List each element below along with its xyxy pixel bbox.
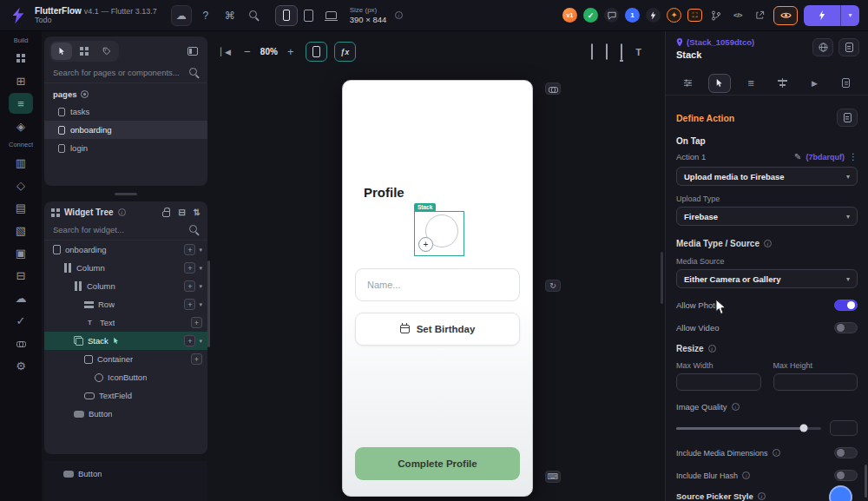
image-quality-input[interactable] bbox=[830, 420, 858, 436]
tab-docs[interactable] bbox=[835, 74, 858, 93]
upgrade-badge[interactable]: ⛶ bbox=[687, 9, 702, 22]
preview-button[interactable] bbox=[773, 6, 798, 25]
tree-node-row[interactable]: Row +▾ bbox=[44, 295, 207, 313]
add-widget-icon[interactable]: + bbox=[191, 353, 202, 365]
info-icon[interactable]: i bbox=[708, 345, 716, 353]
branch-button[interactable] bbox=[708, 8, 724, 23]
info-icon[interactable]: i bbox=[758, 492, 766, 500]
allow-photo-toggle[interactable] bbox=[834, 300, 858, 311]
image-quality-slider[interactable] bbox=[676, 427, 821, 430]
zoom-out-button[interactable]: − bbox=[240, 45, 255, 58]
desktop-device-button[interactable] bbox=[320, 5, 343, 26]
activity-button[interactable] bbox=[646, 8, 661, 23]
tree-node-textfield[interactable]: TextField bbox=[44, 386, 207, 405]
right-panel-scrollbar[interactable] bbox=[865, 465, 867, 498]
slider-knob[interactable] bbox=[799, 425, 807, 432]
chevron-down-icon[interactable]: ▾ bbox=[199, 247, 202, 254]
expand-tree-icon[interactable]: ⊟ bbox=[178, 208, 185, 217]
tree-node-column[interactable]: Column +▾ bbox=[44, 259, 207, 277]
rotate-device-chip-button[interactable]: ↻ bbox=[545, 280, 561, 292]
tab-properties[interactable] bbox=[676, 74, 699, 93]
tree-node-onboarding[interactable]: onboarding +▾ bbox=[44, 241, 207, 259]
avatar[interactable]: v1 bbox=[562, 8, 577, 23]
canvas-scrollbar[interactable] bbox=[661, 252, 663, 304]
add-widget-icon[interactable]: + bbox=[184, 280, 195, 292]
chevron-down-icon[interactable]: ▾ bbox=[199, 265, 202, 272]
tree-node-button-2[interactable]: Button bbox=[44, 465, 207, 483]
collapse-canvas-button[interactable]: ▏◀ bbox=[220, 48, 229, 56]
command-palette-button[interactable]: ⌘ bbox=[220, 5, 240, 26]
rail-pages-button[interactable]: ≡ bbox=[9, 93, 33, 114]
globalize-button[interactable] bbox=[812, 38, 833, 56]
page-item-onboarding[interactable]: onboarding bbox=[44, 121, 207, 139]
complete-profile-button[interactable]: Complete Profile bbox=[355, 447, 520, 480]
tags-mode-button[interactable] bbox=[96, 43, 117, 60]
kebab-menu-icon[interactable]: ⋮ bbox=[849, 152, 858, 162]
action-type-dropdown[interactable]: Upload media to Firebase ▾ bbox=[676, 167, 858, 186]
rail-api-button[interactable] bbox=[9, 333, 33, 353]
tab-animations[interactable]: ≣ bbox=[740, 74, 762, 93]
tab-actions[interactable] bbox=[708, 74, 731, 93]
tab-test[interactable]: ▶ bbox=[803, 74, 825, 93]
chevron-down-icon[interactable]: ▾ bbox=[199, 283, 202, 290]
phone-device-button[interactable] bbox=[275, 5, 298, 26]
phone-mockup[interactable]: Profile Stack + Name... Set Birthday Com… bbox=[342, 80, 533, 497]
include-blur-hash-toggle[interactable] bbox=[834, 470, 858, 481]
lock-icon[interactable] bbox=[162, 211, 170, 217]
name-textfield[interactable]: Name... bbox=[355, 268, 520, 301]
add-photo-button[interactable]: + bbox=[418, 237, 433, 252]
page-item-login[interactable]: login bbox=[44, 139, 207, 157]
info-icon[interactable]: i bbox=[742, 471, 750, 479]
rail-add-app-button[interactable]: ⊞ bbox=[9, 70, 33, 91]
canvas-phone-button[interactable] bbox=[591, 44, 593, 60]
canvas-desktop-button[interactable] bbox=[621, 44, 622, 60]
rail-settings-button[interactable]: ⚙ bbox=[9, 355, 33, 376]
left-panel-scrollbar[interactable] bbox=[207, 260, 210, 347]
add-widget-icon[interactable]: + bbox=[184, 299, 195, 310]
max-height-input[interactable] bbox=[773, 373, 858, 391]
keyboard-chip-button[interactable]: ⌨ bbox=[545, 471, 561, 483]
info-icon[interactable]: i bbox=[773, 449, 780, 457]
tree-node-iconbutton[interactable]: IconButton bbox=[44, 368, 207, 386]
connection-chip-button[interactable] bbox=[545, 82, 561, 95]
add-widget-icon[interactable]: + bbox=[184, 335, 195, 346]
pages-search-input[interactable] bbox=[53, 68, 189, 77]
open-action-flow-button[interactable] bbox=[837, 109, 858, 127]
info-icon[interactable]: i bbox=[732, 403, 740, 411]
tree-node-button[interactable]: Button bbox=[44, 405, 207, 423]
billing-badge[interactable]: ✦ bbox=[667, 8, 681, 23]
device-frame-button[interactable] bbox=[306, 42, 327, 62]
allow-video-toggle[interactable] bbox=[834, 322, 858, 333]
zoom-in-button[interactable]: + bbox=[283, 45, 299, 58]
size-info-button[interactable]: i bbox=[388, 5, 409, 26]
canvas-tablet-button[interactable] bbox=[606, 44, 608, 60]
rail-schema-button[interactable]: ◇ bbox=[9, 175, 33, 195]
include-media-dimensions-toggle[interactable] bbox=[834, 447, 858, 458]
chevron-down-icon[interactable]: ▾ bbox=[199, 301, 202, 308]
sort-icon[interactable]: ⇅ bbox=[194, 208, 201, 217]
rail-widgets-button[interactable]: ◈ bbox=[9, 115, 33, 136]
tablet-device-button[interactable] bbox=[298, 5, 320, 26]
add-widget-icon[interactable]: + bbox=[191, 317, 202, 328]
max-width-input[interactable] bbox=[676, 373, 761, 391]
rail-lists-button[interactable]: ⊟ bbox=[9, 265, 33, 286]
tree-node-column-2[interactable]: Column +▾ bbox=[44, 277, 207, 295]
run-options-button[interactable]: ▾ bbox=[840, 5, 859, 26]
typography-button[interactable]: T bbox=[635, 47, 641, 57]
status-check-badge[interactable]: ✓ bbox=[583, 8, 598, 23]
widget-search-input[interactable] bbox=[53, 225, 189, 234]
panel-splitter[interactable] bbox=[44, 186, 207, 201]
select-mode-button[interactable] bbox=[51, 43, 72, 60]
collapse-panel-button[interactable] bbox=[183, 43, 202, 60]
add-widget-icon[interactable]: + bbox=[184, 262, 195, 274]
set-birthday-button[interactable]: Set Birthday bbox=[355, 313, 520, 346]
pages-section-header[interactable]: pages bbox=[44, 83, 207, 102]
run-button[interactable]: ▾ bbox=[804, 5, 859, 26]
rail-checks-button[interactable]: ✓ bbox=[9, 310, 33, 331]
add-widget-icon[interactable]: + bbox=[184, 244, 195, 255]
info-icon[interactable]: i bbox=[764, 240, 772, 247]
run-main-button[interactable] bbox=[804, 5, 840, 26]
tree-node-container[interactable]: Container + bbox=[44, 350, 207, 368]
tree-node-text[interactable]: T Text + bbox=[44, 313, 207, 332]
variables-button[interactable]: ƒx bbox=[334, 42, 356, 62]
